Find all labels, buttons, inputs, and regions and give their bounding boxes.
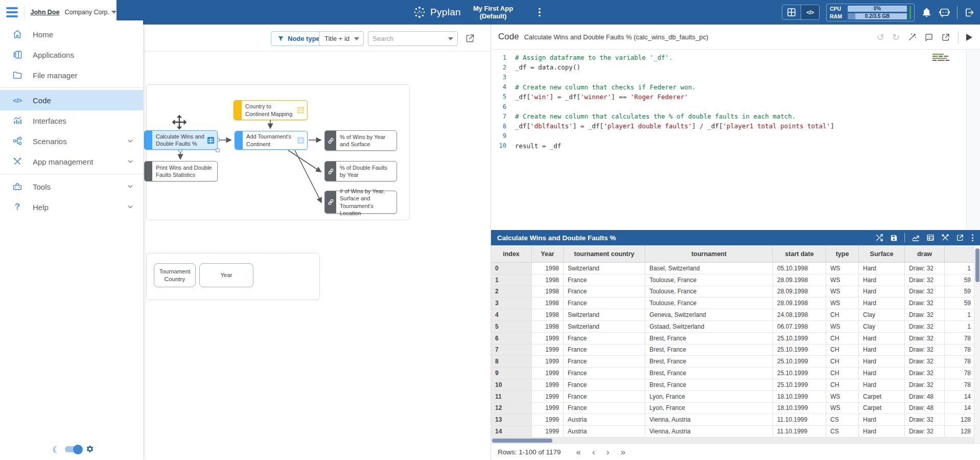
input-node-tournament-country[interactable]: Tournament Country — [154, 263, 196, 287]
table-row[interactable]: 71999FranceBrest, France25.10.1999CHHard… — [491, 344, 974, 356]
display-mode-select[interactable]: Title + id — [319, 31, 364, 46]
shuffle-axes-icon[interactable] — [875, 234, 883, 242]
magic-wand-icon[interactable] — [907, 33, 917, 42]
user-name-link[interactable]: John Doe — [31, 9, 60, 16]
search-input[interactable] — [372, 35, 448, 42]
vertical-scrollbar[interactable] — [974, 245, 980, 444]
sidebar-item-file-manager[interactable]: File manager — [0, 65, 143, 85]
table-cell: Draw: 32 — [905, 321, 945, 332]
sidebar-item-label: Interfaces — [33, 117, 66, 125]
column-header-start date[interactable]: start date — [773, 245, 826, 262]
redo-icon[interactable]: ↻ — [892, 33, 900, 42]
line-number: 2 — [491, 64, 506, 71]
brand-name: Pyplan — [430, 7, 461, 18]
node-calculate-wins-double-faults[interactable]: Calculate Wins and Double Faults % — [144, 130, 218, 150]
input-node-year[interactable]: Year — [199, 263, 253, 287]
editor-scroll-gutter[interactable] — [966, 50, 980, 230]
table-row[interactable]: 131999AustriaVienna, Austria11.10.1999CS… — [491, 414, 974, 426]
open-code-external-icon[interactable] — [941, 33, 950, 42]
cpu-label: CPU — [830, 6, 845, 12]
last-page-icon[interactable]: » — [620, 448, 625, 456]
open-table-external-icon[interactable] — [956, 234, 964, 242]
column-header-Year[interactable]: Year — [532, 245, 564, 262]
chevron-down-icon[interactable] — [448, 37, 453, 40]
table-cell: Hard — [859, 274, 905, 286]
move-cursor-icon — [172, 114, 187, 130]
table-row[interactable]: 141999AustriaVienna, Austria11.10.1999CS… — [491, 426, 974, 438]
logout-icon[interactable] — [964, 7, 975, 18]
table-row[interactable]: 01998SwitzerlandBasel, Switzerland05.10.… — [491, 263, 974, 274]
undo-icon[interactable]: ↺ — [877, 33, 884, 42]
table-row[interactable]: 51998SwitzerlandGstaad, Switzerland06.07… — [491, 321, 974, 333]
node-add-tournaments-continent[interactable]: Add Tournament's Continent — [235, 131, 308, 150]
comment-feedback-icon[interactable] — [924, 33, 934, 42]
assistant-chat-icon[interactable] — [939, 7, 950, 18]
column-header-tournament[interactable]: tournament — [645, 245, 773, 262]
sidebar-item-scenarios[interactable]: Scenarios — [0, 131, 143, 151]
first-page-icon[interactable]: « — [576, 448, 581, 456]
table-cell: Draw: 32 — [905, 356, 945, 367]
column-header-extra[interactable] — [945, 245, 974, 262]
horizontal-scrollbar[interactable] — [491, 438, 974, 443]
table-cell: Hard — [859, 379, 905, 390]
vertical-scrollbar-thumb[interactable] — [975, 248, 979, 282]
code-view-icon[interactable]: </> — [801, 5, 819, 19]
column-header-tournament country[interactable]: tournament country — [564, 245, 645, 262]
open-diagram-external-icon[interactable] — [465, 33, 475, 43]
table-menu-kebab-icon[interactable] — [971, 234, 974, 241]
table-row[interactable]: 111999FranceLyon, France18.10.1999WSCarp… — [491, 391, 974, 403]
prev-page-icon[interactable]: ‹ — [592, 448, 595, 456]
table-row[interactable]: 101999FranceBrest, France25.10.1999CHHar… — [491, 379, 974, 391]
table-row[interactable]: 61999FranceBrest, France25.10.1999CHHard… — [491, 333, 974, 344]
next-page-icon[interactable]: › — [606, 448, 610, 456]
node-num-wins-by-year-surface-location[interactable]: # of Wins by Year, Surface and Tournamen… — [324, 191, 397, 214]
org-selector[interactable]: Company Corp. — [64, 9, 116, 16]
save-icon[interactable] — [890, 234, 898, 242]
table-row[interactable]: 31998FranceToulouse, France28.09.1998WSH… — [491, 297, 974, 309]
table-row[interactable]: 121999FranceLyon, France18.10.1999WSCarp… — [491, 403, 974, 415]
column-header-Surface[interactable]: Surface — [859, 245, 905, 262]
table-cell: Hard — [859, 356, 905, 367]
horizontal-scrollbar-thumb[interactable] — [492, 439, 552, 443]
settings-gear-icon[interactable] — [85, 445, 95, 454]
sidebar-item-applications[interactable]: Applications — [0, 44, 143, 65]
table-edit-icon[interactable] — [926, 234, 935, 242]
node-pct-double-faults-by-year[interactable]: % of Double Faults by Year — [324, 161, 397, 181]
node-pct-wins-by-year-surface[interactable]: % of Wins by Year and Surface — [324, 130, 397, 151]
node-print-wins-double-faults-statistics[interactable]: Print Wins and Double Faults Statistics — [144, 161, 218, 181]
table-cell: 14 — [945, 391, 974, 402]
theme-toggle[interactable] — [65, 446, 81, 452]
chart-view-icon[interactable] — [912, 234, 920, 242]
sidebar-item-code[interactable]: </>Code — [0, 90, 143, 110]
column-header-draw[interactable]: draw — [905, 245, 945, 262]
table-row[interactable]: 11998FranceToulouse, France28.09.1998WSH… — [491, 274, 974, 286]
code-editor[interactable]: 1# Assign dataframe to the variable '_df… — [491, 50, 980, 230]
app-menu-kebab-icon[interactable] — [534, 6, 545, 18]
table-row[interactable]: 21998FranceToulouse, France28.09.1998WSH… — [491, 286, 974, 298]
node-country-to-continent-mapping[interactable]: Country to Continent Mapping — [234, 100, 308, 120]
table-cell: Gstaad, Switzerland — [645, 321, 773, 332]
pyplan-logo-icon — [413, 6, 426, 19]
table-row[interactable]: 41998SwitzerlandGeneva, Switzerland24.08… — [491, 309, 974, 321]
sidebar-item-app-management[interactable]: App management — [0, 151, 143, 172]
run-code-button[interactable] — [966, 34, 972, 41]
node-type-filter-button[interactable]: Node type — [271, 31, 326, 46]
notifications-bell-icon[interactable] — [921, 7, 932, 18]
hamburger-menu-icon[interactable] — [6, 7, 18, 17]
table-cell: 11.10.1999 — [773, 414, 826, 425]
table-row[interactable]: 91999FranceBrest, France25.10.1999CHHard… — [491, 367, 974, 379]
sidebar-item-tools[interactable]: Tools — [0, 176, 143, 197]
table-cell: 1998 — [532, 297, 564, 309]
column-header-type[interactable]: type — [826, 245, 859, 262]
diagram-canvas[interactable]: Country to Continent Mapping Calculate W… — [143, 52, 491, 460]
grid-view-icon[interactable] — [782, 5, 801, 19]
line-number: 4 — [491, 83, 506, 90]
sidebar-item-help[interactable]: ?Help — [0, 197, 143, 217]
code-lines: 1# Assign dataframe to the variable '_df… — [491, 53, 966, 151]
node-tools-icon[interactable] — [941, 234, 949, 242]
sidebar-item-interfaces[interactable]: Interfaces — [0, 110, 143, 131]
table-column-headers: indexYeartournament countrytournamentsta… — [491, 245, 974, 263]
sidebar-item-home[interactable]: Home — [0, 24, 143, 44]
column-header-index[interactable]: index — [491, 245, 532, 262]
table-row[interactable]: 81999FranceBrest, France25.10.1999CHHard… — [491, 356, 974, 367]
